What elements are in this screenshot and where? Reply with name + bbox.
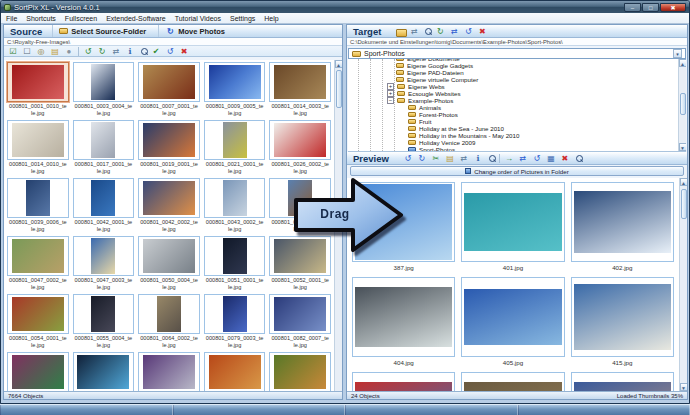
- tree-item-eigene-google-gadgets[interactable]: Eigene Google Gadgets: [348, 62, 677, 69]
- preview-thumbnail[interactable]: 402.jpg: [568, 180, 677, 275]
- refresh-icon[interactable]: ↺: [165, 46, 175, 56]
- web-icon[interactable]: ●: [64, 46, 74, 56]
- source-thumbnail[interactable]: 000801_0087_0025_tele.jpg: [267, 351, 333, 391]
- tree-item-eigene-virtuelle-computer[interactable]: Eigene virtuelle Computer: [348, 76, 677, 83]
- preview-scrollbar[interactable]: ▲ ▼: [679, 178, 687, 391]
- rename-folder-icon[interactable]: ⇄: [409, 26, 419, 36]
- source-thumbnail[interactable]: 000801_0042_0002_tele.jpg: [136, 177, 202, 235]
- source-thumbnail[interactable]: 000801_0039_0006_tele.jpg: [5, 177, 71, 235]
- tree-item-example-photos[interactable]: −Example-Photos: [348, 97, 677, 104]
- menu-item-extended-software[interactable]: Extended-Software: [106, 15, 166, 22]
- source-thumbnail[interactable]: 000801_0014_0003_tele.jpg: [267, 61, 333, 119]
- source-thumbnail[interactable]: 000801_0009_0005_tele.jpg: [202, 61, 268, 119]
- menu-item-tutorial-videos[interactable]: Tutorial Videos: [175, 15, 221, 22]
- expand-toggle-icon[interactable]: +: [387, 90, 394, 97]
- rename-icon[interactable]: ⇄: [459, 153, 469, 163]
- scroll-up-icon[interactable]: ▲: [679, 59, 687, 67]
- swap-icon[interactable]: ⇄: [518, 153, 528, 163]
- source-thumbnail[interactable]: 000801_0007_0001_tele.jpg: [136, 61, 202, 119]
- taskbar-segment[interactable]: [518, 405, 690, 415]
- preview-thumbnail[interactable]: 415.jpg: [568, 275, 677, 370]
- preview-thumbnail[interactable]: 404.jpg: [349, 275, 458, 370]
- source-thumbnail[interactable]: 000801_0026_0002_tele.jpg: [267, 119, 333, 177]
- scrollbar-thumb[interactable]: [680, 93, 686, 115]
- menu-item-help[interactable]: Help: [264, 15, 278, 22]
- preview-thumbnail[interactable]: [349, 370, 458, 391]
- taskbar-segment[interactable]: [0, 405, 173, 415]
- scroll-up-icon[interactable]: ▲: [335, 60, 343, 68]
- taskbar[interactable]: [0, 404, 690, 415]
- rotate-left-icon[interactable]: ↺: [403, 153, 413, 163]
- export-icon[interactable]: →: [504, 153, 514, 163]
- source-thumbnail[interactable]: 000801_0001_0010_tele.jpg: [5, 61, 71, 119]
- magnifier-icon[interactable]: [139, 47, 147, 55]
- new-folder-icon[interactable]: [395, 27, 405, 35]
- scroll-down-icon[interactable]: ▼: [679, 143, 687, 151]
- tree-scrollbar[interactable]: ▲ ▼: [678, 59, 686, 151]
- menu-item-fullscreen[interactable]: Fullscreen: [65, 15, 97, 22]
- source-thumbnail[interactable]: 000801_0043_0002_tele.jpg: [202, 177, 268, 235]
- tree-item-animals[interactable]: Animals: [348, 104, 677, 111]
- source-thumbnail[interactable]: 000801_0082_0012_tele.jpg: [71, 351, 137, 391]
- source-thumbnail[interactable]: 000801_0047_0002_tele.jpg: [5, 235, 71, 293]
- rotate-left-icon[interactable]: ↺: [83, 46, 93, 56]
- drag-arrow[interactable]: Drag: [293, 173, 407, 257]
- dropdown-arrow-icon[interactable]: ▾: [673, 49, 682, 58]
- cut-icon[interactable]: ✂: [431, 153, 441, 163]
- tree-item-holiday-venice-2009[interactable]: Holiday Venice 2009: [348, 139, 677, 146]
- source-thumbnail[interactable]: 000801_0082_0027_tele.jpg: [136, 351, 202, 391]
- menu-item-file[interactable]: File: [6, 15, 17, 22]
- source-thumbnail[interactable]: 000801_0050_0004_tele.jpg: [136, 235, 202, 293]
- sync-icon[interactable]: ↺: [532, 153, 542, 163]
- rotate-right-icon[interactable]: ↻: [417, 153, 427, 163]
- source-thumbnail[interactable]: 000801_0054_0001_tele.jpg: [5, 293, 71, 351]
- source-thumbnail[interactable]: 000801_0014_0010_tele.jpg: [5, 119, 71, 177]
- sync-icon[interactable]: ↺: [463, 26, 473, 36]
- source-thumbnail[interactable]: 000801_0082_0010_tele.jpg: [5, 351, 71, 391]
- menu-item-shortcuts[interactable]: Shortcuts: [26, 15, 56, 22]
- source-thumbnail[interactable]: 000801_0047_0003_tele.jpg: [71, 235, 137, 293]
- source-thumbnail[interactable]: 000801_0003_0004_tele.jpg: [71, 61, 137, 119]
- minimize-button[interactable]: –: [624, 3, 641, 12]
- source-thumbnail[interactable]: 000801_0017_0001_tele.jpg: [71, 119, 137, 177]
- scroll-up-icon[interactable]: ▲: [680, 178, 688, 186]
- tree-item-eigene-pad-dateien[interactable]: Eigene PAD-Dateien: [348, 69, 677, 76]
- scroll-down-icon[interactable]: ▼: [680, 383, 688, 391]
- tree-item-holiday-in-the-mountains-may-2010[interactable]: Holiday in the Mountains - May 2010: [348, 132, 677, 139]
- info-icon[interactable]: ℹ: [473, 153, 483, 163]
- source-thumbnail[interactable]: 000801_0087_0020_tele.jpg: [202, 351, 268, 391]
- source-thumbnail[interactable]: 000801_0019_0001_tele.jpg: [136, 119, 202, 177]
- source-thumbnail[interactable]: 000801_0051_0001_tele.jpg: [202, 235, 268, 293]
- swap-icon[interactable]: ⇄: [449, 26, 459, 36]
- delete-folder-icon[interactable]: ✖: [477, 26, 487, 36]
- close-button[interactable]: ✖: [660, 3, 686, 12]
- tree-item-eigene-webs[interactable]: +Eigene Webs: [348, 83, 677, 90]
- scrollbar-thumb[interactable]: [336, 70, 342, 108]
- slideshow-icon[interactable]: ▤: [445, 153, 455, 163]
- grid-view-icon[interactable]: ▦: [546, 153, 556, 163]
- preview-thumbnail[interactable]: 405.jpg: [458, 275, 567, 370]
- preview-thumbnail[interactable]: [458, 370, 567, 391]
- magnifier-icon[interactable]: [487, 154, 495, 162]
- move-photos-button[interactable]: ↻ Move Photos: [158, 25, 231, 37]
- select-source-folder-button[interactable]: Select Source-Folder: [52, 25, 152, 37]
- magnifier-icon[interactable]: [423, 27, 431, 35]
- preview-thumbnail[interactable]: 401.jpg: [458, 180, 567, 275]
- expand-toggle-icon[interactable]: +: [387, 83, 394, 90]
- confirm-icon[interactable]: ✔: [151, 46, 161, 56]
- source-thumbnail[interactable]: 000801_0021_0001_tele.jpg: [202, 119, 268, 177]
- info-icon[interactable]: ℹ: [125, 46, 135, 56]
- rotate-right-icon[interactable]: ↻: [97, 46, 107, 56]
- source-thumbnail[interactable]: 000801_0055_0004_tele.jpg: [71, 293, 137, 351]
- menu-item-settings[interactable]: Settings: [230, 15, 255, 22]
- rename-icon[interactable]: ⇄: [111, 46, 121, 56]
- preview-thumbnail[interactable]: [568, 370, 677, 391]
- folder-combobox[interactable]: Sport-Photos ▾: [348, 48, 686, 59]
- taskbar-segment[interactable]: [173, 405, 346, 415]
- select-all-icon[interactable]: ☑: [8, 46, 18, 56]
- deselect-all-icon[interactable]: ☐: [22, 46, 32, 56]
- source-thumbnail[interactable]: 000801_0079_0003_tele.jpg: [202, 293, 268, 351]
- binoculars-icon[interactable]: ◎: [36, 46, 46, 56]
- scrollbar-thumb[interactable]: [681, 189, 687, 219]
- source-thumbnail[interactable]: 000801_0082_0007_tele.jpg: [267, 293, 333, 351]
